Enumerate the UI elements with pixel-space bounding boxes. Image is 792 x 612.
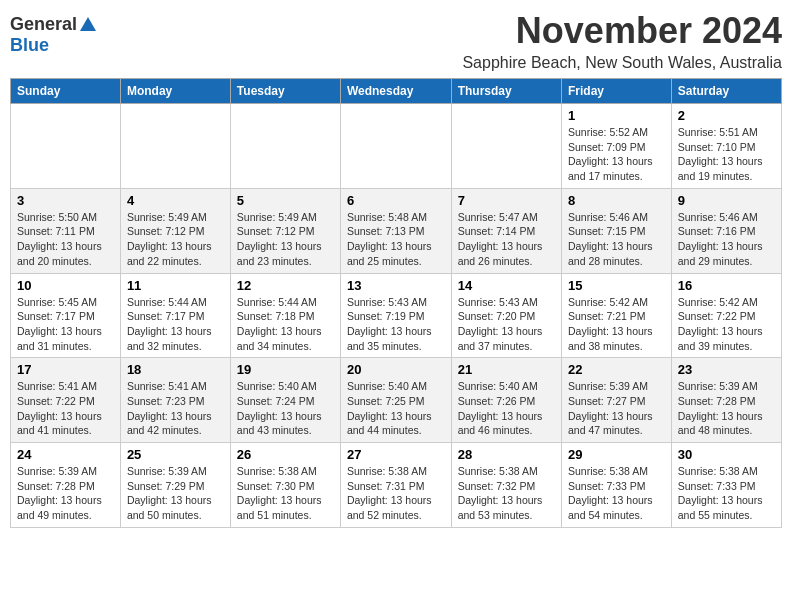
day-info: Sunrise: 5:38 AM Sunset: 7:33 PM Dayligh… bbox=[568, 464, 665, 523]
day-number: 30 bbox=[678, 447, 775, 462]
table-row: 18Sunrise: 5:41 AM Sunset: 7:23 PM Dayli… bbox=[120, 358, 230, 443]
day-info: Sunrise: 5:52 AM Sunset: 7:09 PM Dayligh… bbox=[568, 125, 665, 184]
table-row: 17Sunrise: 5:41 AM Sunset: 7:22 PM Dayli… bbox=[11, 358, 121, 443]
table-row: 29Sunrise: 5:38 AM Sunset: 7:33 PM Dayli… bbox=[561, 443, 671, 528]
table-row: 19Sunrise: 5:40 AM Sunset: 7:24 PM Dayli… bbox=[230, 358, 340, 443]
logo-blue: Blue bbox=[10, 35, 49, 55]
day-info: Sunrise: 5:41 AM Sunset: 7:23 PM Dayligh… bbox=[127, 379, 224, 438]
table-row: 13Sunrise: 5:43 AM Sunset: 7:19 PM Dayli… bbox=[340, 273, 451, 358]
title-section: November 2024 Sapphire Beach, New South … bbox=[462, 10, 782, 72]
table-row: 14Sunrise: 5:43 AM Sunset: 7:20 PM Dayli… bbox=[451, 273, 561, 358]
day-number: 16 bbox=[678, 278, 775, 293]
day-info: Sunrise: 5:40 AM Sunset: 7:26 PM Dayligh… bbox=[458, 379, 555, 438]
table-row: 27Sunrise: 5:38 AM Sunset: 7:31 PM Dayli… bbox=[340, 443, 451, 528]
day-info: Sunrise: 5:39 AM Sunset: 7:29 PM Dayligh… bbox=[127, 464, 224, 523]
table-row: 5Sunrise: 5:49 AM Sunset: 7:12 PM Daylig… bbox=[230, 188, 340, 273]
table-row: 11Sunrise: 5:44 AM Sunset: 7:17 PM Dayli… bbox=[120, 273, 230, 358]
day-number: 6 bbox=[347, 193, 445, 208]
day-info: Sunrise: 5:41 AM Sunset: 7:22 PM Dayligh… bbox=[17, 379, 114, 438]
day-info: Sunrise: 5:40 AM Sunset: 7:25 PM Dayligh… bbox=[347, 379, 445, 438]
day-number: 15 bbox=[568, 278, 665, 293]
logo: General Blue bbox=[10, 14, 99, 56]
day-number: 29 bbox=[568, 447, 665, 462]
day-info: Sunrise: 5:43 AM Sunset: 7:20 PM Dayligh… bbox=[458, 295, 555, 354]
calendar-week-row: 17Sunrise: 5:41 AM Sunset: 7:22 PM Dayli… bbox=[11, 358, 782, 443]
svg-marker-0 bbox=[80, 17, 96, 31]
table-row: 7Sunrise: 5:47 AM Sunset: 7:14 PM Daylig… bbox=[451, 188, 561, 273]
table-row: 9Sunrise: 5:46 AM Sunset: 7:16 PM Daylig… bbox=[671, 188, 781, 273]
location-title: Sapphire Beach, New South Wales, Austral… bbox=[462, 54, 782, 72]
day-number: 8 bbox=[568, 193, 665, 208]
table-row: 23Sunrise: 5:39 AM Sunset: 7:28 PM Dayli… bbox=[671, 358, 781, 443]
table-row: 6Sunrise: 5:48 AM Sunset: 7:13 PM Daylig… bbox=[340, 188, 451, 273]
logo-general: General bbox=[10, 14, 77, 35]
calendar-week-row: 24Sunrise: 5:39 AM Sunset: 7:28 PM Dayli… bbox=[11, 443, 782, 528]
day-info: Sunrise: 5:38 AM Sunset: 7:31 PM Dayligh… bbox=[347, 464, 445, 523]
header-sunday: Sunday bbox=[11, 79, 121, 104]
day-number: 13 bbox=[347, 278, 445, 293]
table-row bbox=[11, 104, 121, 189]
table-row: 2Sunrise: 5:51 AM Sunset: 7:10 PM Daylig… bbox=[671, 104, 781, 189]
day-info: Sunrise: 5:51 AM Sunset: 7:10 PM Dayligh… bbox=[678, 125, 775, 184]
day-number: 2 bbox=[678, 108, 775, 123]
table-row bbox=[230, 104, 340, 189]
day-number: 10 bbox=[17, 278, 114, 293]
header-wednesday: Wednesday bbox=[340, 79, 451, 104]
day-info: Sunrise: 5:42 AM Sunset: 7:21 PM Dayligh… bbox=[568, 295, 665, 354]
day-info: Sunrise: 5:46 AM Sunset: 7:15 PM Dayligh… bbox=[568, 210, 665, 269]
day-number: 24 bbox=[17, 447, 114, 462]
day-number: 19 bbox=[237, 362, 334, 377]
table-row: 20Sunrise: 5:40 AM Sunset: 7:25 PM Dayli… bbox=[340, 358, 451, 443]
table-row: 1Sunrise: 5:52 AM Sunset: 7:09 PM Daylig… bbox=[561, 104, 671, 189]
header-tuesday: Tuesday bbox=[230, 79, 340, 104]
calendar-week-row: 10Sunrise: 5:45 AM Sunset: 7:17 PM Dayli… bbox=[11, 273, 782, 358]
table-row bbox=[451, 104, 561, 189]
day-info: Sunrise: 5:44 AM Sunset: 7:17 PM Dayligh… bbox=[127, 295, 224, 354]
day-info: Sunrise: 5:42 AM Sunset: 7:22 PM Dayligh… bbox=[678, 295, 775, 354]
day-number: 18 bbox=[127, 362, 224, 377]
day-info: Sunrise: 5:43 AM Sunset: 7:19 PM Dayligh… bbox=[347, 295, 445, 354]
month-title: November 2024 bbox=[462, 10, 782, 52]
day-info: Sunrise: 5:49 AM Sunset: 7:12 PM Dayligh… bbox=[127, 210, 224, 269]
day-info: Sunrise: 5:49 AM Sunset: 7:12 PM Dayligh… bbox=[237, 210, 334, 269]
header-friday: Friday bbox=[561, 79, 671, 104]
calendar-table: Sunday Monday Tuesday Wednesday Thursday… bbox=[10, 78, 782, 528]
day-number: 27 bbox=[347, 447, 445, 462]
day-info: Sunrise: 5:38 AM Sunset: 7:33 PM Dayligh… bbox=[678, 464, 775, 523]
day-number: 28 bbox=[458, 447, 555, 462]
header-saturday: Saturday bbox=[671, 79, 781, 104]
table-row: 28Sunrise: 5:38 AM Sunset: 7:32 PM Dayli… bbox=[451, 443, 561, 528]
table-row: 30Sunrise: 5:38 AM Sunset: 7:33 PM Dayli… bbox=[671, 443, 781, 528]
table-row: 4Sunrise: 5:49 AM Sunset: 7:12 PM Daylig… bbox=[120, 188, 230, 273]
calendar-week-row: 3Sunrise: 5:50 AM Sunset: 7:11 PM Daylig… bbox=[11, 188, 782, 273]
header-thursday: Thursday bbox=[451, 79, 561, 104]
day-number: 22 bbox=[568, 362, 665, 377]
day-info: Sunrise: 5:48 AM Sunset: 7:13 PM Dayligh… bbox=[347, 210, 445, 269]
table-row: 12Sunrise: 5:44 AM Sunset: 7:18 PM Dayli… bbox=[230, 273, 340, 358]
table-row: 24Sunrise: 5:39 AM Sunset: 7:28 PM Dayli… bbox=[11, 443, 121, 528]
day-number: 12 bbox=[237, 278, 334, 293]
page-header: General Blue November 2024 Sapphire Beac… bbox=[10, 10, 782, 72]
table-row: 16Sunrise: 5:42 AM Sunset: 7:22 PM Dayli… bbox=[671, 273, 781, 358]
logo-icon bbox=[78, 15, 98, 35]
day-info: Sunrise: 5:40 AM Sunset: 7:24 PM Dayligh… bbox=[237, 379, 334, 438]
day-info: Sunrise: 5:45 AM Sunset: 7:17 PM Dayligh… bbox=[17, 295, 114, 354]
day-number: 5 bbox=[237, 193, 334, 208]
header-monday: Monday bbox=[120, 79, 230, 104]
day-info: Sunrise: 5:39 AM Sunset: 7:27 PM Dayligh… bbox=[568, 379, 665, 438]
day-number: 14 bbox=[458, 278, 555, 293]
day-number: 23 bbox=[678, 362, 775, 377]
day-info: Sunrise: 5:39 AM Sunset: 7:28 PM Dayligh… bbox=[17, 464, 114, 523]
day-info: Sunrise: 5:46 AM Sunset: 7:16 PM Dayligh… bbox=[678, 210, 775, 269]
day-info: Sunrise: 5:39 AM Sunset: 7:28 PM Dayligh… bbox=[678, 379, 775, 438]
day-info: Sunrise: 5:50 AM Sunset: 7:11 PM Dayligh… bbox=[17, 210, 114, 269]
table-row: 3Sunrise: 5:50 AM Sunset: 7:11 PM Daylig… bbox=[11, 188, 121, 273]
table-row: 8Sunrise: 5:46 AM Sunset: 7:15 PM Daylig… bbox=[561, 188, 671, 273]
table-row bbox=[120, 104, 230, 189]
day-number: 17 bbox=[17, 362, 114, 377]
day-info: Sunrise: 5:44 AM Sunset: 7:18 PM Dayligh… bbox=[237, 295, 334, 354]
day-number: 4 bbox=[127, 193, 224, 208]
day-info: Sunrise: 5:47 AM Sunset: 7:14 PM Dayligh… bbox=[458, 210, 555, 269]
day-number: 7 bbox=[458, 193, 555, 208]
day-number: 3 bbox=[17, 193, 114, 208]
